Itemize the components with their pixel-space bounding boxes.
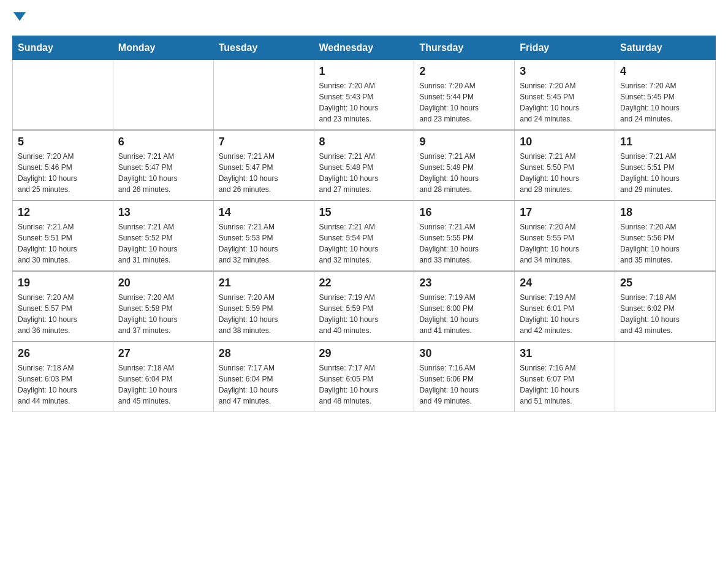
weekday-header-sunday: Sunday bbox=[13, 36, 113, 60]
day-cell: 9Sunrise: 7:21 AM Sunset: 5:49 PM Daylig… bbox=[414, 130, 515, 201]
week-row-2: 12Sunrise: 7:21 AM Sunset: 5:51 PM Dayli… bbox=[13, 201, 716, 271]
day-cell: 1Sunrise: 7:20 AM Sunset: 5:43 PM Daylig… bbox=[314, 60, 414, 131]
weekday-header-friday: Friday bbox=[515, 36, 615, 60]
day-number: 9 bbox=[419, 136, 509, 148]
day-info: Sunrise: 7:21 AM Sunset: 5:48 PM Dayligh… bbox=[319, 151, 409, 195]
day-info: Sunrise: 7:18 AM Sunset: 6:04 PM Dayligh… bbox=[118, 362, 208, 407]
day-info: Sunrise: 7:19 AM Sunset: 6:00 PM Dayligh… bbox=[419, 292, 509, 336]
day-cell: 23Sunrise: 7:19 AM Sunset: 6:00 PM Dayli… bbox=[414, 271, 515, 342]
day-cell bbox=[113, 60, 213, 131]
day-cell: 13Sunrise: 7:21 AM Sunset: 5:52 PM Dayli… bbox=[113, 201, 213, 271]
day-number: 7 bbox=[219, 136, 309, 148]
day-info: Sunrise: 7:17 AM Sunset: 6:05 PM Dayligh… bbox=[319, 362, 409, 407]
week-row-0: 1Sunrise: 7:20 AM Sunset: 5:43 PM Daylig… bbox=[13, 60, 716, 131]
day-number: 18 bbox=[620, 206, 710, 219]
day-cell: 31Sunrise: 7:16 AM Sunset: 6:07 PM Dayli… bbox=[515, 342, 615, 412]
day-cell: 24Sunrise: 7:19 AM Sunset: 6:01 PM Dayli… bbox=[515, 271, 615, 342]
day-cell: 8Sunrise: 7:21 AM Sunset: 5:48 PM Daylig… bbox=[314, 130, 414, 201]
day-cell: 22Sunrise: 7:19 AM Sunset: 5:59 PM Dayli… bbox=[314, 271, 414, 342]
day-cell: 21Sunrise: 7:20 AM Sunset: 5:59 PM Dayli… bbox=[213, 271, 314, 342]
week-row-1: 5Sunrise: 7:20 AM Sunset: 5:46 PM Daylig… bbox=[13, 130, 716, 201]
day-cell: 19Sunrise: 7:20 AM Sunset: 5:57 PM Dayli… bbox=[13, 271, 113, 342]
day-number: 15 bbox=[319, 206, 409, 219]
day-number: 5 bbox=[18, 136, 108, 148]
week-row-3: 19Sunrise: 7:20 AM Sunset: 5:57 PM Dayli… bbox=[13, 271, 716, 342]
day-cell: 14Sunrise: 7:21 AM Sunset: 5:53 PM Dayli… bbox=[213, 201, 314, 271]
day-cell: 16Sunrise: 7:21 AM Sunset: 5:55 PM Dayli… bbox=[414, 201, 515, 271]
day-info: Sunrise: 7:21 AM Sunset: 5:55 PM Dayligh… bbox=[419, 221, 509, 266]
day-info: Sunrise: 7:18 AM Sunset: 6:03 PM Dayligh… bbox=[18, 362, 108, 407]
day-info: Sunrise: 7:20 AM Sunset: 5:57 PM Dayligh… bbox=[18, 292, 108, 336]
weekday-header-wednesday: Wednesday bbox=[314, 36, 414, 60]
day-number: 10 bbox=[520, 136, 610, 148]
day-info: Sunrise: 7:21 AM Sunset: 5:50 PM Dayligh… bbox=[520, 151, 610, 195]
day-cell: 7Sunrise: 7:21 AM Sunset: 5:47 PM Daylig… bbox=[213, 130, 314, 201]
day-info: Sunrise: 7:21 AM Sunset: 5:52 PM Dayligh… bbox=[118, 221, 208, 266]
day-cell: 12Sunrise: 7:21 AM Sunset: 5:51 PM Dayli… bbox=[13, 201, 113, 271]
day-info: Sunrise: 7:20 AM Sunset: 5:43 PM Dayligh… bbox=[319, 80, 409, 124]
day-number: 3 bbox=[520, 65, 610, 78]
day-number: 13 bbox=[118, 206, 208, 219]
day-number: 11 bbox=[620, 136, 710, 148]
day-info: Sunrise: 7:16 AM Sunset: 6:06 PM Dayligh… bbox=[419, 362, 509, 407]
day-number: 29 bbox=[319, 347, 409, 360]
day-info: Sunrise: 7:20 AM Sunset: 5:59 PM Dayligh… bbox=[219, 292, 309, 336]
day-info: Sunrise: 7:21 AM Sunset: 5:53 PM Dayligh… bbox=[219, 221, 309, 266]
day-info: Sunrise: 7:16 AM Sunset: 6:07 PM Dayligh… bbox=[520, 362, 610, 407]
day-cell: 30Sunrise: 7:16 AM Sunset: 6:06 PM Dayli… bbox=[414, 342, 515, 412]
day-cell bbox=[13, 60, 113, 131]
day-cell: 18Sunrise: 7:20 AM Sunset: 5:56 PM Dayli… bbox=[615, 201, 716, 271]
day-info: Sunrise: 7:19 AM Sunset: 5:59 PM Dayligh… bbox=[319, 292, 409, 336]
weekday-header-saturday: Saturday bbox=[615, 36, 716, 60]
day-number: 24 bbox=[520, 277, 610, 289]
day-cell: 29Sunrise: 7:17 AM Sunset: 6:05 PM Dayli… bbox=[314, 342, 414, 412]
day-number: 2 bbox=[419, 65, 509, 78]
day-number: 21 bbox=[219, 277, 309, 289]
day-cell: 5Sunrise: 7:20 AM Sunset: 5:46 PM Daylig… bbox=[13, 130, 113, 201]
day-number: 12 bbox=[18, 206, 108, 219]
day-cell: 2Sunrise: 7:20 AM Sunset: 5:44 PM Daylig… bbox=[414, 60, 515, 131]
day-number: 30 bbox=[419, 347, 509, 360]
day-number: 20 bbox=[118, 277, 208, 289]
weekday-header-row: SundayMondayTuesdayWednesdayThursdayFrid… bbox=[13, 36, 716, 60]
day-number: 4 bbox=[620, 65, 710, 78]
weekday-header-monday: Monday bbox=[113, 36, 213, 60]
day-number: 8 bbox=[319, 136, 409, 148]
day-number: 28 bbox=[219, 347, 309, 360]
day-cell: 11Sunrise: 7:21 AM Sunset: 5:51 PM Dayli… bbox=[615, 130, 716, 201]
day-info: Sunrise: 7:20 AM Sunset: 5:45 PM Dayligh… bbox=[620, 80, 710, 124]
day-info: Sunrise: 7:20 AM Sunset: 5:58 PM Dayligh… bbox=[118, 292, 208, 336]
day-info: Sunrise: 7:21 AM Sunset: 5:51 PM Dayligh… bbox=[620, 151, 710, 195]
day-cell: 15Sunrise: 7:21 AM Sunset: 5:54 PM Dayli… bbox=[314, 201, 414, 271]
day-cell: 26Sunrise: 7:18 AM Sunset: 6:03 PM Dayli… bbox=[13, 342, 113, 412]
day-cell: 27Sunrise: 7:18 AM Sunset: 6:04 PM Dayli… bbox=[113, 342, 213, 412]
day-info: Sunrise: 7:20 AM Sunset: 5:56 PM Dayligh… bbox=[620, 221, 710, 266]
day-info: Sunrise: 7:21 AM Sunset: 5:47 PM Dayligh… bbox=[118, 151, 208, 195]
day-number: 1 bbox=[319, 65, 409, 78]
day-cell: 17Sunrise: 7:20 AM Sunset: 5:55 PM Dayli… bbox=[515, 201, 615, 271]
day-number: 16 bbox=[419, 206, 509, 219]
day-number: 27 bbox=[118, 347, 208, 360]
calendar-table: SundayMondayTuesdayWednesdayThursdayFrid… bbox=[12, 36, 716, 412]
day-cell: 25Sunrise: 7:18 AM Sunset: 6:02 PM Dayli… bbox=[615, 271, 716, 342]
day-info: Sunrise: 7:18 AM Sunset: 6:02 PM Dayligh… bbox=[620, 292, 710, 336]
day-cell bbox=[615, 342, 716, 412]
day-info: Sunrise: 7:21 AM Sunset: 5:49 PM Dayligh… bbox=[419, 151, 509, 195]
day-info: Sunrise: 7:20 AM Sunset: 5:44 PM Dayligh… bbox=[419, 80, 509, 124]
day-number: 26 bbox=[18, 347, 108, 360]
weekday-header-thursday: Thursday bbox=[414, 36, 515, 60]
day-number: 6 bbox=[118, 136, 208, 148]
day-number: 23 bbox=[419, 277, 509, 289]
day-cell: 20Sunrise: 7:20 AM Sunset: 5:58 PM Dayli… bbox=[113, 271, 213, 342]
day-number: 14 bbox=[219, 206, 309, 219]
day-info: Sunrise: 7:21 AM Sunset: 5:54 PM Dayligh… bbox=[319, 221, 409, 266]
week-row-4: 26Sunrise: 7:18 AM Sunset: 6:03 PM Dayli… bbox=[13, 342, 716, 412]
day-info: Sunrise: 7:21 AM Sunset: 5:47 PM Dayligh… bbox=[219, 151, 309, 195]
day-number: 25 bbox=[620, 277, 710, 289]
day-cell: 6Sunrise: 7:21 AM Sunset: 5:47 PM Daylig… bbox=[113, 130, 213, 201]
day-cell: 3Sunrise: 7:20 AM Sunset: 5:45 PM Daylig… bbox=[515, 60, 615, 131]
logo-triangle-icon bbox=[13, 12, 26, 21]
day-cell bbox=[213, 60, 314, 131]
day-info: Sunrise: 7:21 AM Sunset: 5:51 PM Dayligh… bbox=[18, 221, 108, 266]
day-info: Sunrise: 7:17 AM Sunset: 6:04 PM Dayligh… bbox=[219, 362, 309, 407]
